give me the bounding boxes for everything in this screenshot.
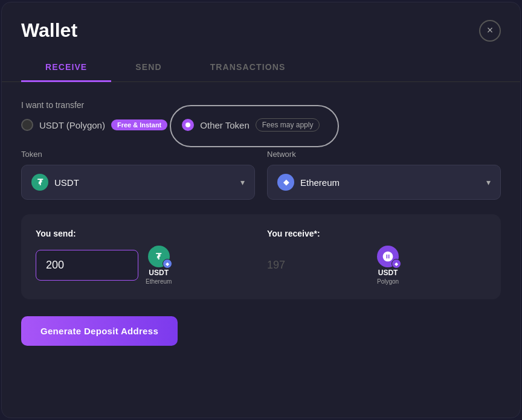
send-side: You send: ₮ ◆ USDT Ethereum	[36, 229, 255, 285]
send-token-info: ₮ ◆ USDT Ethereum	[146, 246, 172, 285]
exchange-panel: You send: ₮ ◆ USDT Ethereum	[21, 214, 501, 299]
receive-token-name: USDT	[378, 269, 398, 277]
fees-badge: Fees may apply	[256, 118, 320, 132]
receive-label: You receive*:	[267, 229, 486, 238]
exchange-row: You send: ₮ ◆ USDT Ethereum	[36, 229, 486, 285]
send-token-network: Ethereum	[146, 278, 172, 285]
token-chevron-icon: ▾	[240, 177, 245, 187]
radio-usdt-polygon	[21, 119, 33, 131]
receive-token-network: Polygon	[377, 278, 399, 285]
free-instant-badge: Free & Instant	[111, 119, 167, 130]
radio-other-token	[182, 119, 194, 131]
transfer-label: I want to transfer	[21, 100, 501, 110]
network-chevron-icon: ▾	[486, 177, 491, 187]
modal-title: Wallet	[21, 19, 77, 42]
receive-token-icon: ◆	[377, 246, 399, 267]
send-token-icon: ₮ ◆	[148, 246, 170, 267]
send-eth-overlay-icon: ◆	[163, 259, 172, 269]
token-select-group: Token ₮ USDT ▾	[21, 150, 255, 200]
network-value: Ethereum	[300, 177, 340, 188]
network-select-group: Network ◆ Ethereum ▾	[267, 150, 501, 200]
generate-deposit-address-button[interactable]: Generate Deposit Address	[21, 316, 178, 346]
token-value: USDT	[54, 177, 79, 188]
option-usdt-polygon[interactable]: USDT (Polygon) Free & Instant	[21, 119, 167, 131]
modal-header: Wallet ×	[2, 2, 520, 42]
close-button[interactable]: ×	[479, 20, 501, 42]
tab-receive[interactable]: RECEIVE	[21, 54, 111, 82]
tab-send[interactable]: SEND	[111, 54, 185, 82]
receive-input-row: 197 ◆ USDT Polygon	[267, 246, 486, 285]
network-select[interactable]: ◆ Ethereum ▾	[267, 165, 501, 200]
send-token-name: USDT	[149, 269, 169, 277]
tab-transactions[interactable]: TRANSACTIONS	[186, 54, 310, 82]
option-other-token-text: Other Token	[200, 120, 249, 130]
send-input-row: ₮ ◆ USDT Ethereum	[36, 246, 255, 285]
wallet-modal: Wallet × RECEIVE SEND TRANSACTIONS I wan…	[1, 2, 521, 418]
tabs-bar: RECEIVE SEND TRANSACTIONS	[2, 54, 520, 82]
network-eth-icon: ◆	[277, 174, 294, 191]
receive-amount-display: 197	[267, 250, 370, 280]
token-usdt-icon: ₮	[31, 174, 48, 191]
modal-body: I want to transfer USDT (Polygon) Free &…	[2, 82, 520, 364]
receive-token-info: ◆ USDT Polygon	[377, 246, 399, 285]
receive-poly-overlay-icon: ◆	[392, 259, 401, 269]
selects-row: Token ₮ USDT ▾ Network ◆ Ethereum ▾	[21, 150, 501, 200]
token-label: Token	[21, 150, 255, 159]
token-select[interactable]: ₮ USDT ▾	[21, 165, 255, 200]
option-usdt-polygon-text: USDT (Polygon)	[39, 120, 105, 130]
network-label: Network	[267, 150, 501, 159]
send-label: You send:	[36, 229, 255, 238]
receive-side: You receive*: 197 ◆ USDT Polygon	[267, 229, 486, 285]
send-amount-input[interactable]	[36, 250, 138, 281]
option-other-token-container: Other Token Fees may apply	[182, 118, 320, 132]
transfer-options: USDT (Polygon) Free & Instant Other Toke…	[21, 118, 501, 132]
option-other-token[interactable]: Other Token Fees may apply	[182, 118, 320, 132]
